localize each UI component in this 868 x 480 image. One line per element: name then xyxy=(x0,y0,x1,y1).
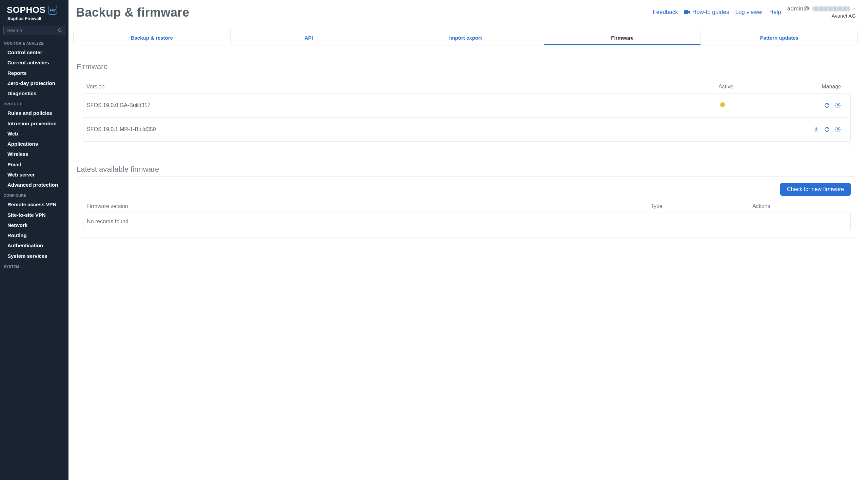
svg-line-1 xyxy=(61,31,62,33)
sidebar-item[interactable]: Site-to-site VPN xyxy=(0,210,68,220)
latest-button-row: Check for new firmware xyxy=(83,183,851,196)
sidebar: SOPHOS FW Sophos Firewall MONITOR & ANAL… xyxy=(0,0,68,246)
help-link[interactable]: Help xyxy=(769,9,781,16)
sidebar-item[interactable]: Web server xyxy=(0,170,68,180)
sidebar-item[interactable]: Authentication xyxy=(0,241,68,246)
svg-point-0 xyxy=(58,29,61,32)
col-version-label: Version xyxy=(86,84,718,90)
sidebar-nav: MONITOR & ANALYZEControl centerCurrent a… xyxy=(0,38,68,246)
firmware-row: SFOS 19.0.0 GA-Build317 xyxy=(83,93,851,118)
col-fw-version-label: Firmware version xyxy=(86,203,651,209)
howto-guides-link[interactable]: How-to guides xyxy=(684,9,729,16)
reboot-firmware-button[interactable] xyxy=(824,102,830,108)
tab[interactable]: Import export xyxy=(387,30,544,45)
sidebar-item[interactable]: Current activities xyxy=(0,58,68,68)
firmware-headers: Version Active Manage xyxy=(83,80,851,93)
sidebar-item[interactable]: Email xyxy=(0,160,68,170)
search-icon xyxy=(58,28,62,33)
nav-group-heading: MONITOR & ANALYZE xyxy=(0,38,68,47)
firmware-panel: Version Active Manage SFOS 19.0.0 GA-Bui… xyxy=(77,74,857,148)
sidebar-item[interactable]: Network xyxy=(0,220,68,230)
sidebar-item[interactable]: Control center xyxy=(0,47,68,58)
video-icon xyxy=(684,10,690,15)
firmware-manage-cell xyxy=(772,102,847,108)
firmware-options-button[interactable] xyxy=(835,126,841,132)
topbar: Backup & firmware Feedback How-to guides… xyxy=(68,0,868,20)
manage-icons xyxy=(772,126,841,132)
sidebar-item[interactable]: Rules and policies xyxy=(0,108,68,118)
latest-headers: Firmware version Type Actions xyxy=(83,201,851,212)
svg-rect-2 xyxy=(684,10,688,14)
brand-product: Sophos Firewall xyxy=(0,16,68,24)
firmware-version-cell: SFOS 19.0.1 MR-1-Build350 xyxy=(87,126,718,132)
user-company: Avanet AG xyxy=(832,13,856,19)
brand-name: SOPHOS xyxy=(7,5,45,15)
col-fw-type-label: Type xyxy=(651,203,752,209)
latest-panel: Check for new firmware Firmware version … xyxy=(77,176,857,237)
chevron-down-icon xyxy=(852,7,856,11)
sidebar-item[interactable]: Advanced protection xyxy=(0,180,68,190)
firmware-options-button[interactable] xyxy=(835,102,841,108)
howto-guides-label: How-to guides xyxy=(692,9,729,16)
firmware-row: SFOS 19.0.1 MR-1-Build350 xyxy=(83,118,851,142)
brand: SOPHOS FW xyxy=(0,3,68,16)
nav-group-heading: CONFIGURE xyxy=(0,190,68,200)
col-manage-label: Manage xyxy=(773,84,847,90)
feedback-link[interactable]: Feedback xyxy=(653,9,678,16)
latest-section-title: Latest available firmware xyxy=(77,165,858,174)
sidebar-item[interactable]: Zero-day protection xyxy=(0,78,68,88)
sidebar-item[interactable]: Remote access VPN xyxy=(0,200,68,210)
tab[interactable]: API xyxy=(231,30,388,45)
upload-icon xyxy=(813,126,819,132)
sidebar-item[interactable]: Intrusion prevention xyxy=(0,119,68,129)
sidebar-item[interactable]: Diagnostics xyxy=(0,88,68,99)
sidebar-item[interactable]: Web xyxy=(0,129,68,139)
user-label: admin@ xyxy=(787,5,809,12)
col-fw-actions-label: Actions xyxy=(752,203,847,209)
check-firmware-button[interactable]: Check for new firmware xyxy=(780,183,851,196)
firmware-rows: SFOS 19.0.0 GA-Build317SFOS 19.0.1 MR-1-… xyxy=(83,93,851,142)
sidebar-item[interactable]: Wireless xyxy=(0,149,68,159)
tab[interactable]: Backup & restore xyxy=(74,30,231,45)
firmware-active-cell xyxy=(718,102,772,108)
reboot-icon xyxy=(824,102,830,108)
col-active-label: Active xyxy=(718,84,773,90)
nav-group-heading: PROTECT xyxy=(0,99,68,108)
sidebar-item[interactable]: Reports xyxy=(0,68,68,78)
page-title: Backup & firmware xyxy=(76,5,190,20)
svg-point-3 xyxy=(837,105,839,106)
user-menu[interactable]: admin@ Avanet AG xyxy=(787,5,856,19)
firmware-section-title: Firmware xyxy=(77,62,858,71)
topbar-links: Feedback How-to guides Log viewer Help a… xyxy=(653,5,856,19)
active-indicator-icon xyxy=(720,102,725,107)
firmware-manage-cell xyxy=(772,126,847,132)
user-redacted xyxy=(812,6,850,11)
tabstrip: Backup & restoreAPIImport exportFirmware… xyxy=(73,30,858,45)
firmware-version-cell: SFOS 19.0.0 GA-Build317 xyxy=(87,102,718,108)
upload-firmware-button[interactable] xyxy=(813,126,819,132)
search-container xyxy=(3,26,65,35)
sidebar-item[interactable]: Routing xyxy=(0,230,68,241)
svg-point-5 xyxy=(837,129,839,130)
reboot-icon xyxy=(824,126,830,132)
gear-icon xyxy=(835,102,841,108)
gear-icon xyxy=(835,126,841,132)
main-content: Backup & firmware Feedback How-to guides… xyxy=(68,0,868,237)
search-input[interactable] xyxy=(3,26,65,35)
sidebar-item[interactable]: Applications xyxy=(0,139,68,149)
logviewer-link[interactable]: Log viewer xyxy=(735,9,763,16)
manage-icons xyxy=(772,102,841,108)
tab[interactable]: Firmware xyxy=(544,30,701,45)
latest-empty-row: No records found xyxy=(83,212,851,231)
tab[interactable]: Pattern updates xyxy=(701,30,857,45)
brand-badge-icon: FW xyxy=(48,6,57,15)
reboot-firmware-button[interactable] xyxy=(824,126,830,132)
svg-rect-4 xyxy=(814,131,818,131)
